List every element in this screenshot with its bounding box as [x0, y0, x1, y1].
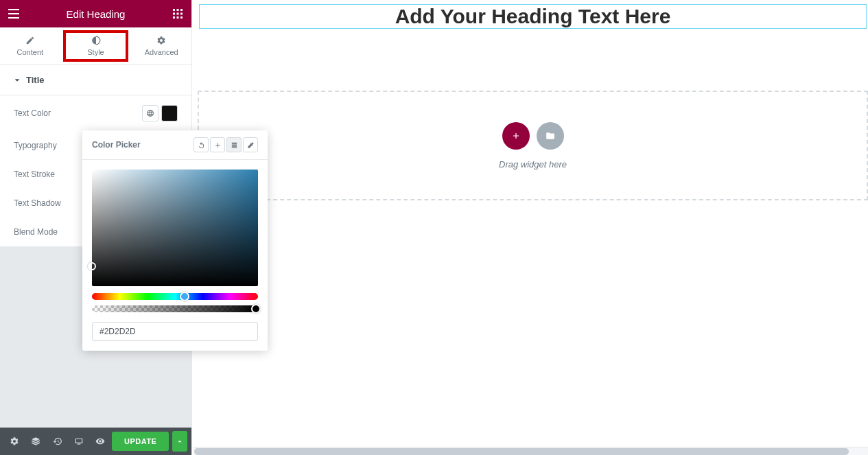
update-button[interactable]: UPDATE	[112, 432, 169, 451]
color-picker-header: Color Picker	[82, 130, 268, 160]
empty-section[interactable]: Drag widget here	[198, 91, 868, 200]
settings-icon[interactable]	[4, 431, 24, 452]
drop-buttons	[502, 122, 564, 150]
apps-icon[interactable]	[164, 0, 191, 27]
responsive-icon[interactable]	[69, 431, 89, 452]
undo-icon[interactable]	[193, 137, 209, 152]
color-picker-title: Color Picker	[92, 140, 193, 150]
svg-rect-1	[8, 13, 19, 14]
eyedropper-icon[interactable]	[243, 137, 258, 152]
panel-title: Edit Heading	[27, 8, 164, 20]
scrollbar-thumb[interactable]	[194, 448, 849, 455]
text-stroke-label: Text Stroke	[14, 170, 55, 179]
hue-slider[interactable]	[92, 293, 258, 300]
swatches-icon[interactable]	[226, 137, 242, 152]
color-swatch[interactable]	[161, 105, 178, 121]
bottom-bar: UPDATE	[0, 428, 191, 455]
tab-style[interactable]: Style	[63, 30, 129, 62]
plus-icon[interactable]	[210, 137, 225, 152]
svg-rect-5	[180, 9, 183, 11]
section-title-row[interactable]: Title	[0, 65, 191, 95]
menu-icon[interactable]	[0, 0, 27, 27]
layers-icon[interactable]	[25, 431, 45, 452]
heading-widget[interactable]: Add Your Heading Text Here	[199, 4, 867, 29]
svg-rect-10	[177, 16, 179, 19]
control-text-color: Text Color	[0, 95, 191, 131]
drop-text: Drag widget here	[499, 159, 567, 170]
panel-header: Edit Heading	[0, 0, 191, 27]
text-shadow-label: Text Shadow	[14, 198, 61, 208]
svg-rect-4	[177, 9, 179, 11]
update-caret[interactable]	[172, 431, 187, 452]
color-picker-popover: Color Picker	[82, 130, 268, 351]
preview-icon[interactable]	[91, 431, 110, 452]
tab-advanced-label: Advanced	[145, 48, 178, 56]
panel-filler	[0, 366, 191, 428]
svg-rect-6	[173, 13, 175, 15]
canvas: Add Your Heading Text Here Drag widget h…	[198, 0, 868, 447]
svg-rect-0	[8, 9, 19, 10]
blend-mode-label: Blend Mode	[14, 227, 58, 237]
svg-rect-7	[177, 13, 179, 15]
template-library-button[interactable]	[537, 122, 564, 150]
svg-rect-11	[180, 16, 183, 19]
svg-rect-8	[180, 13, 183, 15]
alpha-cursor[interactable]	[251, 304, 261, 314]
alpha-slider[interactable]	[92, 305, 258, 312]
heading-text[interactable]: Add Your Heading Text Here	[204, 5, 862, 28]
color-picker-actions	[193, 137, 258, 152]
hex-input[interactable]	[92, 322, 258, 341]
text-color-swatch-group	[142, 105, 178, 121]
color-picker-body	[82, 160, 268, 351]
svg-rect-3	[173, 9, 175, 11]
globe-icon[interactable]	[142, 105, 159, 121]
typography-label: Typography	[14, 141, 57, 150]
saturation-area[interactable]	[92, 170, 258, 286]
tab-style-label: Style	[87, 48, 104, 56]
history-icon[interactable]	[47, 431, 67, 452]
text-color-label: Text Color	[14, 108, 51, 118]
add-section-button[interactable]	[502, 122, 530, 150]
hue-cursor[interactable]	[180, 292, 189, 301]
tab-content-label: Content	[17, 48, 44, 56]
tab-content[interactable]: Content	[0, 27, 60, 65]
saturation-cursor[interactable]	[88, 262, 96, 270]
svg-rect-2	[8, 17, 19, 19]
svg-rect-9	[173, 16, 175, 19]
panel-tabs: Content Style Advanced	[0, 27, 191, 65]
section-title-label: Title	[26, 75, 45, 85]
tab-advanced[interactable]: Advanced	[131, 27, 191, 65]
horizontal-scrollbar[interactable]	[193, 447, 868, 455]
